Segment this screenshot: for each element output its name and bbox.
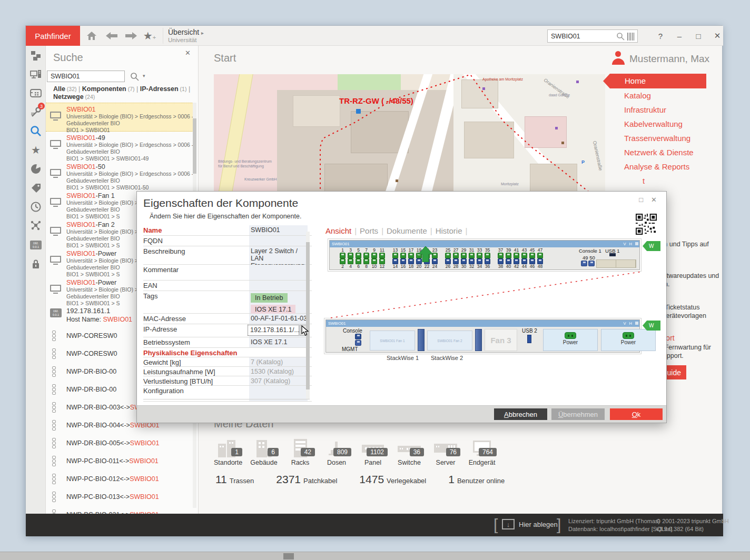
fan3-slot[interactable]: Fan 3 (485, 329, 517, 351)
form-value[interactable] (249, 265, 308, 280)
search-result-item[interactable]: SWBIO01-50Universität > Biologie (BIO) >… (46, 161, 193, 189)
my-data-tile-switche[interactable]: 36Switche (396, 436, 423, 466)
usb2-port[interactable] (527, 335, 531, 343)
port-16[interactable] (400, 258, 406, 264)
back-icon[interactable] (105, 29, 119, 42)
port-8[interactable] (363, 258, 369, 264)
port-3[interactable] (348, 253, 353, 258)
port-43[interactable] (521, 253, 527, 258)
tab-historie[interactable]: Historie (436, 226, 462, 235)
tags-icon[interactable] (26, 178, 46, 197)
my-data-tile-server[interactable]: 76Server (432, 436, 459, 466)
reports-icon[interactable] (26, 159, 46, 178)
global-search-input[interactable] (550, 31, 613, 42)
form-value[interactable] (249, 281, 308, 291)
port-38[interactable] (498, 258, 504, 264)
form-value[interactable]: 7 (Katalog) (249, 357, 308, 366)
locations-icon[interactable] (26, 46, 46, 65)
scrollbar-thumb[interactable] (193, 118, 196, 174)
favorite-add-icon[interactable]: ★+ (143, 29, 156, 42)
my-data-tile-dosen[interactable]: 809Dosen (323, 436, 350, 466)
form-value[interactable]: SWBIO01 (249, 225, 308, 235)
uplink-port-50[interactable] (588, 261, 595, 266)
menu-item[interactable]: Katalog (624, 91, 729, 105)
port-27[interactable] (453, 253, 459, 258)
search-filter[interactable]: Komponenten (7) (82, 85, 135, 93)
port-15[interactable] (400, 253, 406, 258)
menu-item-fragment[interactable]: t (643, 176, 645, 185)
search-result-item[interactable]: SWBIO01Universität > Biologie (BIO) > Er… (46, 103, 193, 132)
switch-rear-panel[interactable]: SWBIO01V H Console MGMT SWBIO01 Fan 1 SW… (325, 319, 640, 353)
home-icon[interactable] (85, 29, 98, 42)
tab-dokumente[interactable]: Dokumente (387, 226, 427, 235)
fan1-module[interactable]: SWBIO01 Fan 1 (370, 331, 415, 351)
dialog-maximize-icon[interactable]: □ (639, 196, 643, 204)
port-9[interactable] (371, 253, 377, 258)
search-result-link[interactable]: NWP-PC-BIO-021<->SWBIO01 (46, 506, 193, 514)
menu-item[interactable]: Analyse & Reports (624, 162, 729, 176)
lock-icon[interactable] (26, 254, 46, 273)
port-4[interactable] (348, 258, 353, 264)
form-value[interactable]: 307 (Katalog) (249, 376, 308, 385)
uplink-port-49[interactable] (581, 261, 587, 266)
port-13[interactable] (392, 253, 398, 258)
stackwise1-port[interactable] (418, 329, 425, 351)
port-26[interactable] (445, 258, 451, 264)
form-value[interactable]: 00-AF-1F-01-61-03 (249, 314, 308, 324)
taskbar[interactable] (0, 552, 750, 560)
port-6[interactable] (356, 258, 361, 264)
ok-button[interactable]: Ok (610, 408, 663, 420)
fan2-module[interactable]: SWBIO01 Fan 2 (427, 331, 472, 351)
port-18[interactable] (408, 258, 414, 264)
port-11[interactable] (379, 253, 385, 258)
search-options-caret-icon[interactable]: ▾ (143, 73, 145, 78)
port-12[interactable] (379, 258, 385, 264)
power-supply-1[interactable]: Power (543, 329, 598, 351)
port-39[interactable] (506, 253, 511, 258)
port-37[interactable] (498, 253, 504, 258)
my-data-tile-racks[interactable]: 42Racks (287, 436, 314, 466)
barcode-icon[interactable] (627, 33, 635, 41)
port-35[interactable] (485, 253, 490, 258)
tools-icon[interactable]: 3 (26, 103, 46, 122)
search-icon[interactable] (616, 32, 625, 43)
port-40[interactable] (506, 258, 511, 264)
minimize-button[interactable]: – (673, 29, 686, 43)
components-icon[interactable] (26, 65, 46, 84)
search-filter[interactable]: Alle (32) (53, 85, 77, 93)
ip-address-icon[interactable]: 192.0.0.1 (26, 235, 46, 254)
menu-item[interactable]: Netzwerk & Dienste (624, 148, 729, 162)
breadcrumb[interactable]: Übersicht ▸ (168, 28, 204, 36)
search-result-link[interactable]: NWP-PC-BIO-013<->SWBIO01 (46, 488, 193, 506)
port-48[interactable] (537, 258, 543, 264)
port-44[interactable] (521, 258, 527, 264)
favorites-icon[interactable]: ★ (26, 141, 46, 159)
close-button[interactable]: ✕ (710, 29, 724, 43)
search-result-link[interactable]: NWP-PC-BIO-011<->SWBIO01 (46, 453, 193, 471)
search-tool-icon[interactable] (26, 122, 46, 141)
search-icon[interactable] (130, 72, 139, 83)
port-5[interactable] (356, 253, 361, 258)
port-33[interactable] (477, 253, 482, 258)
port-17[interactable] (408, 253, 414, 258)
dialog-close-icon[interactable]: ✕ (651, 196, 657, 204)
menu-item[interactable]: Kabelverwaltung (624, 119, 729, 134)
port-10[interactable] (371, 258, 377, 264)
switch-front-panel[interactable]: SWBIO01V H 12345678910111213141516171819… (329, 240, 640, 270)
console-port[interactable] (355, 334, 361, 339)
search-result-link[interactable]: NWP-PC-BIO-012<->SWBIO01 (46, 471, 193, 488)
search-result-item[interactable]: SWBIO01-49Universität > Biologie (BIO) >… (46, 132, 193, 161)
port-7[interactable] (363, 253, 369, 258)
topology-icon[interactable] (26, 216, 46, 235)
forward-icon[interactable] (124, 29, 138, 42)
stackwise2-port[interactable] (475, 329, 482, 351)
my-data-tile-panel[interactable]: 1102Panel (359, 436, 387, 466)
search-filter[interactable]: IP-Adressen (1) (140, 85, 187, 93)
port-30[interactable] (461, 258, 467, 264)
form-value[interactable]: 192.178.161.1/...▾ (249, 324, 308, 337)
form-value[interactable]: Layer 2 Switch / LAN Etagenversorgung (249, 246, 308, 264)
port-2[interactable] (340, 258, 346, 264)
port-32[interactable] (469, 258, 475, 264)
port-45[interactable] (529, 253, 535, 258)
port-1[interactable] (340, 253, 346, 258)
